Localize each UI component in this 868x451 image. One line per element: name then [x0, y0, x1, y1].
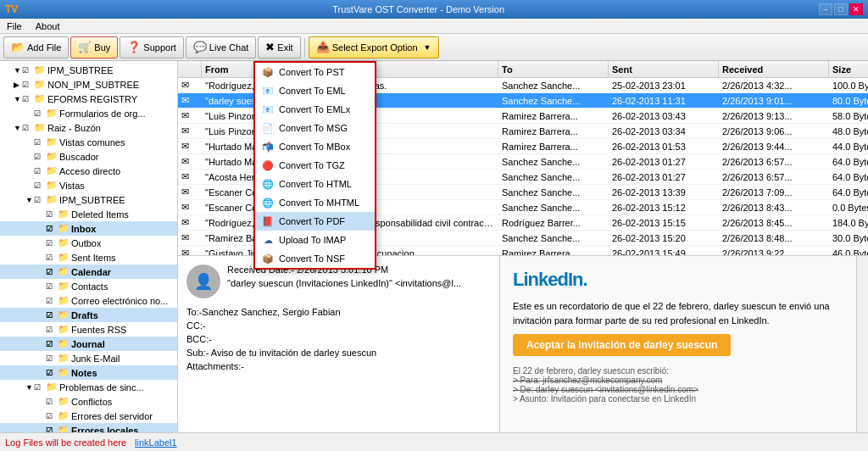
- tree-checkbox[interactable]: ☑: [34, 181, 46, 190]
- accept-invitation-button[interactable]: Aceptar la invitación de darley suescun: [513, 334, 731, 356]
- preview-scrollbar[interactable]: [856, 256, 868, 432]
- dropdown-item-pst[interactable]: 📦 Convert To PST: [255, 63, 375, 81]
- restore-button[interactable]: □: [834, 3, 848, 15]
- tree-item-calendar[interactable]: ☑📁Calendar: [0, 264, 177, 279]
- tree-checkbox[interactable]: ☑: [22, 66, 34, 75]
- tree-folder-icon: 📁: [58, 237, 70, 248]
- dropdown-item-label: Convert To MSG: [279, 123, 348, 133]
- dropdown-item-html[interactable]: 🌐 Convert To HTML: [255, 175, 375, 193]
- tree-item-non-ipm[interactable]: ▶☑📁NON_IPM_SUBTREE: [0, 77, 177, 92]
- dropdown-item-nsf[interactable]: 📦 Convert To NSF: [255, 249, 375, 268]
- tree-checkbox[interactable]: ☑: [46, 268, 58, 276]
- tree-checkbox[interactable]: ☑: [46, 225, 58, 233]
- dropdown-item-mhtml[interactable]: 🌐 Convert To MHTML: [255, 193, 375, 212]
- buy-label: Buy: [94, 42, 110, 53]
- exit-button[interactable]: ✖ Exit: [258, 36, 300, 58]
- tree-item-raiz-buzon[interactable]: ▼☑📁Raiz - Buzón: [0, 120, 177, 135]
- tree-checkbox[interactable]: ☑: [46, 412, 58, 420]
- toolbar: 📂 Add File 🛒 Buy ❓ Support 💬 Live Chat ✖…: [0, 34, 868, 61]
- titlebar: TV TrustVare OST Converter - Demo Versio…: [0, 0, 868, 19]
- tree-item-outbox[interactable]: ☑📁Outbox: [0, 236, 177, 250]
- tree-checkbox[interactable]: ☑: [34, 109, 46, 118]
- tree-checkbox[interactable]: ☑: [46, 340, 58, 348]
- dropdown-item-mbox[interactable]: 📬 Convert To MBox: [255, 137, 375, 156]
- tree-checkbox[interactable]: ☑: [46, 297, 58, 305]
- tree-checkbox[interactable]: ☑: [22, 124, 34, 132]
- tree-item-errores-servidor[interactable]: ☑📁Errores del servidor: [0, 409, 177, 423]
- tree-checkbox[interactable]: ☑: [46, 354, 58, 363]
- dropdown-item-emlx[interactable]: 📧 Convert To EMLx: [255, 100, 375, 119]
- tree-item-problemas[interactable]: ▼☑📁Problemas de sinc...: [0, 380, 177, 394]
- tree-item-vistas-comunes[interactable]: ☑📁Vistas comunes: [0, 135, 177, 149]
- email-cell-to: Sanchez Sanche...: [498, 202, 609, 214]
- tree-item-conflictos[interactable]: ☑📁Conflictos: [0, 394, 177, 409]
- support-button[interactable]: ❓ Support: [120, 36, 184, 58]
- preview-right: LinkedIn. Este es un recordatorio de que…: [500, 256, 856, 432]
- email-cell-check: ✉: [178, 109, 202, 122]
- status-link[interactable]: linkLabel1: [135, 437, 177, 448]
- tree-checkbox[interactable]: ☑: [34, 138, 46, 147]
- close-button[interactable]: ✕: [849, 3, 863, 15]
- tree-item-ipm-subtree[interactable]: ▼☑📁IPM_SUBTREE: [0, 63, 177, 77]
- dropdown-item-eml[interactable]: 📧 Convert To EML: [255, 81, 375, 100]
- tree-checkbox[interactable]: ☑: [46, 253, 58, 262]
- menu-about[interactable]: About: [32, 20, 64, 32]
- minimize-button[interactable]: –: [819, 3, 832, 15]
- tree-checkbox[interactable]: ☑: [46, 282, 58, 291]
- dropdown-item-imap[interactable]: ☁ Upload To IMAP: [255, 231, 375, 249]
- tree-item-errores-locales[interactable]: ☑📁Errores locales: [0, 423, 177, 432]
- col-header-to[interactable]: To: [498, 61, 609, 77]
- tree-item-sent[interactable]: ☑📁Sent Items: [0, 250, 177, 264]
- tree-item-acceso-directo[interactable]: ☑📁Acceso directo: [0, 164, 177, 178]
- live-chat-button[interactable]: 💬 Live Chat: [186, 36, 256, 58]
- tree-checkbox[interactable]: ☑: [46, 369, 58, 377]
- tree-checkbox[interactable]: ☑: [46, 210, 58, 219]
- tree-checkbox[interactable]: ☑: [22, 81, 34, 89]
- dropdown-item-label: Convert To EML: [279, 86, 346, 96]
- col-header-check[interactable]: [178, 61, 202, 77]
- statusbar: Log Files will be created here linkLabel…: [0, 432, 868, 451]
- tree-item-journal[interactable]: ☑📁Journal: [0, 337, 177, 351]
- tree-checkbox[interactable]: ☑: [34, 153, 46, 161]
- tree-item-drafts[interactable]: ☑📁Drafts: [0, 308, 177, 322]
- tree-checkbox[interactable]: ☑: [34, 196, 46, 204]
- dropdown-item-pdf[interactable]: 📕 Convert To PDF: [255, 212, 375, 231]
- tree-checkbox[interactable]: ☑: [46, 398, 58, 406]
- dropdown-item-msg[interactable]: 📄 Convert To MSG: [255, 119, 375, 137]
- col-header-received[interactable]: Received: [719, 61, 829, 77]
- tree-checkbox[interactable]: ☑: [46, 311, 58, 320]
- tree-item-correo[interactable]: ☑📁Correo electrónico no...: [0, 293, 177, 308]
- tree-checkbox[interactable]: ☑: [34, 383, 46, 392]
- tree-checkbox[interactable]: ☑: [46, 239, 58, 248]
- tree-item-formularios[interactable]: ☑📁Formularios de org...: [0, 106, 177, 120]
- col-header-sent[interactable]: Sent: [609, 61, 719, 77]
- tree-checkbox[interactable]: ☑: [46, 326, 58, 334]
- tree-item-ipm-subtree2[interactable]: ▼☑📁IPM_SUBTREE: [0, 192, 177, 207]
- add-file-button[interactable]: 📂 Add File: [3, 36, 69, 58]
- tree-item-contacts[interactable]: ☑📁Contacts: [0, 279, 177, 293]
- tree-item-deleted[interactable]: ☑📁Deleted Items: [0, 207, 177, 221]
- dropdown-item-tgz[interactable]: 🔴 Convert To TGZ: [255, 156, 375, 175]
- tree-item-eforms[interactable]: ▼☑📁EFORMS REGISTRY: [0, 92, 177, 106]
- tree-item-inbox[interactable]: ☑📁Inbox: [0, 221, 177, 236]
- menu-file[interactable]: File: [3, 20, 25, 32]
- dropdown-item-icon: ☁: [262, 234, 274, 246]
- select-export-button[interactable]: 📤 Select Export Option ▼: [309, 36, 439, 58]
- from-field: "darley suescun (Invitaciones LinkedIn)"…: [227, 278, 461, 288]
- tree-item-vistas[interactable]: ☑📁Vistas: [0, 178, 177, 192]
- tree-checkbox[interactable]: ☑: [34, 167, 46, 175]
- tree-checkbox[interactable]: ☑: [46, 426, 58, 433]
- email-cell-to: Sanchez Sanche...: [498, 232, 609, 244]
- buy-button[interactable]: 🛒 Buy: [70, 36, 118, 58]
- tree-checkbox[interactable]: ☑: [22, 95, 34, 103]
- live-chat-icon: 💬: [193, 41, 207, 53]
- tree-label: Errores del servidor: [71, 411, 153, 421]
- tree-item-buscador[interactable]: ☑📁Buscador: [0, 149, 177, 164]
- tree-item-fuentes-rss[interactable]: ☑📁Fuentes RSS: [0, 322, 177, 337]
- col-header-size[interactable]: Size: [829, 61, 868, 77]
- tree-item-junk[interactable]: ☑📁Junk E-Mail: [0, 351, 177, 365]
- tree-item-notes[interactable]: ☑📁Notes: [0, 365, 177, 380]
- email-cell-sent: 26-02-2013 11:31: [609, 95, 719, 107]
- folder-tree[interactable]: ▼☑📁IPM_SUBTREE▶☑📁NON_IPM_SUBTREE▼☑📁EFORM…: [0, 61, 177, 432]
- email-cell-size: 0.0 Bytes: [829, 202, 868, 214]
